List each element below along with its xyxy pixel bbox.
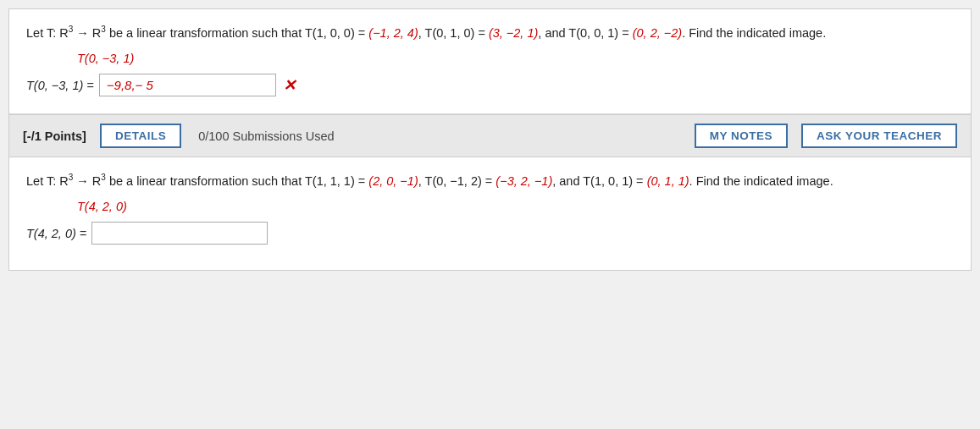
p1-val2: (3, −2, 1)	[489, 26, 538, 40]
p1-val3: (0, 2, −2)	[633, 26, 682, 40]
problem2-section: Let T: R3 → R3 be a linear transformatio…	[9, 157, 971, 270]
p1-incorrect-mark: ✕	[283, 76, 296, 95]
problem1-section: Let T: R3 → R3 be a linear transformatio…	[9, 9, 971, 114]
p2-val2: (−3, 2, −1)	[496, 174, 552, 188]
details-button[interactable]: DETAILS	[100, 124, 181, 148]
p2-val3: (0, 1, 1)	[647, 174, 689, 188]
main-container: Let T: R3 → R3 be a linear transformatio…	[8, 8, 972, 271]
p2-answer-row: T(4, 2, 0) =	[26, 222, 954, 245]
submissions-used: 0/100 Submissions Used	[198, 129, 681, 143]
p2-val1: (2, 0, −1)	[368, 174, 418, 188]
p1-answer-label: T(0, −3, 1) =	[26, 79, 94, 92]
toolbar: [-/1 Points] DETAILS 0/100 Submissions U…	[9, 114, 971, 157]
p1-subquestion: T(0, −3, 1)	[77, 52, 954, 65]
p2-answer-label: T(4, 2, 0) =	[26, 227, 86, 240]
p1-answer-row: T(0, −3, 1) = ✕	[26, 74, 954, 96]
p1-answer-input[interactable]	[99, 74, 276, 96]
ask-teacher-button[interactable]: ASK YOUR TEACHER	[801, 124, 957, 148]
points-label: [-/1 Points]	[23, 129, 86, 143]
my-notes-button[interactable]: MY NOTES	[695, 124, 788, 148]
problem1-text: Let T: R3 → R3 be a linear transformatio…	[26, 23, 954, 43]
p2-subquestion: T(4, 2, 0)	[77, 200, 954, 213]
p1-val1: (−1, 2, 4)	[368, 26, 418, 40]
problem2-text: Let T: R3 → R3 be a linear transformatio…	[26, 171, 954, 191]
p2-answer-input[interactable]	[91, 222, 268, 245]
